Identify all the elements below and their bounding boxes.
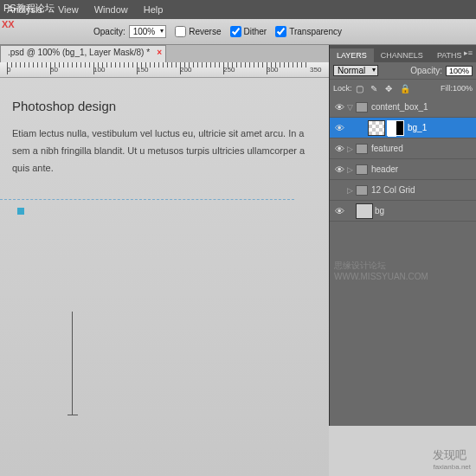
visibility-toggle[interactable]: 👁 bbox=[331, 164, 347, 175]
folder-icon bbox=[356, 144, 368, 154]
lock-label: Lock: bbox=[333, 84, 352, 93]
opacity-field[interactable]: 100% bbox=[129, 25, 167, 38]
watermark-xx: XX bbox=[2, 19, 15, 29]
document-tab[interactable]: .psd @ 100% (bg_1, Layer Mask/8) * × bbox=[0, 45, 166, 62]
layers-panel: LAYERS CHANNELS PATHS ▸≡ Normal Opacity:… bbox=[329, 45, 476, 426]
visibility-toggle[interactable]: 👁 bbox=[331, 206, 347, 216]
fill-label: Fill: bbox=[441, 84, 453, 93]
app-menu-bar: Analysis View Window Help PS教程论坛 bbox=[0, 0, 476, 19]
folder-icon bbox=[356, 185, 368, 196]
transparency-label: Transparency bbox=[289, 27, 342, 36]
canvas-body-text: Etiam lectus nulla, vestibulum vel luctu… bbox=[0, 113, 329, 177]
tab-layers[interactable]: LAYERS bbox=[330, 48, 374, 62]
layer-name[interactable]: bg_1 bbox=[408, 123, 427, 132]
watermark-mid: 思缘设计论坛 WWW.MISSYUAN.COM bbox=[334, 260, 476, 281]
fill-field[interactable]: 100% bbox=[453, 84, 473, 93]
layer-name[interactable]: header bbox=[371, 164, 398, 174]
menu-view[interactable]: View bbox=[58, 4, 79, 15]
reverse-checkbox[interactable] bbox=[175, 26, 186, 37]
layer-name[interactable]: featured bbox=[371, 144, 403, 153]
canvas-heading: Photoshop design bbox=[0, 78, 329, 113]
visibility-toggle[interactable]: 👁 bbox=[331, 123, 347, 133]
transform-handle[interactable] bbox=[17, 208, 24, 215]
transparency-checkbox[interactable] bbox=[275, 26, 286, 37]
folder-icon bbox=[356, 102, 368, 113]
layer-name[interactable]: 12 Col Grid bbox=[371, 185, 415, 195]
dither-label: Dither bbox=[244, 27, 267, 36]
menu-help[interactable]: Help bbox=[144, 4, 164, 15]
blend-mode-select[interactable]: Normal bbox=[333, 65, 378, 76]
layer-row-header[interactable]: 👁▷header bbox=[330, 159, 476, 180]
layer-thumbnail[interactable] bbox=[368, 120, 385, 136]
layer-name[interactable]: bg bbox=[375, 206, 384, 215]
layer-thumbnail[interactable] bbox=[356, 203, 373, 219]
lock-icons[interactable]: ▢ ✎ ✥ 🔒 bbox=[356, 84, 413, 93]
tab-channels[interactable]: CHANNELS bbox=[374, 48, 430, 62]
close-icon[interactable]: × bbox=[157, 48, 162, 57]
panel-menu-icon[interactable]: ▸≡ bbox=[464, 48, 473, 57]
expand-arrow-icon[interactable]: ▷ bbox=[347, 145, 356, 153]
visibility-toggle[interactable]: 👁 bbox=[331, 144, 347, 154]
layer-list: 👁▽content_box_1👁bg_1👁▷featured👁▷header▷1… bbox=[330, 97, 476, 222]
expand-arrow-icon[interactable]: ▽ bbox=[347, 103, 356, 112]
document-canvas[interactable]: Photoshop design Etiam lectus nulla, ves… bbox=[0, 78, 329, 476]
watermark-tl: PS教程论坛 bbox=[3, 2, 55, 15]
panel-opacity-field[interactable]: 100% bbox=[446, 66, 473, 76]
expand-arrow-icon[interactable]: ▷ bbox=[347, 186, 356, 195]
selection-marquee bbox=[0, 199, 294, 200]
layer-row-content_box_1[interactable]: 👁▽content_box_1 bbox=[330, 97, 476, 118]
options-bar: XX Opacity: 100% Reverse Dither Transpar… bbox=[0, 19, 476, 45]
opacity-label: Opacity: bbox=[93, 27, 125, 36]
layer-row-12 Col Grid[interactable]: ▷12 Col Grid bbox=[330, 180, 476, 201]
dither-checkbox[interactable] bbox=[230, 26, 241, 37]
layer-row-bg_1[interactable]: 👁bg_1 bbox=[330, 118, 476, 138]
document-tab-title: .psd @ 100% (bg_1, Layer Mask/8) * bbox=[8, 48, 150, 57]
watermark-br: 发现吧faxianba.net bbox=[433, 447, 471, 471]
panel-tabs: LAYERS CHANNELS PATHS ▸≡ bbox=[330, 45, 476, 62]
menu-window[interactable]: Window bbox=[94, 4, 128, 15]
folder-icon bbox=[356, 164, 368, 175]
cursor-crosshair bbox=[68, 312, 78, 415]
layer-row-featured[interactable]: 👁▷featured bbox=[330, 138, 476, 159]
layer-row-bg[interactable]: 👁bg bbox=[330, 201, 476, 222]
visibility-toggle[interactable]: 👁 bbox=[331, 102, 347, 113]
reverse-label: Reverse bbox=[189, 27, 221, 36]
expand-arrow-icon[interactable]: ▷ bbox=[347, 165, 356, 174]
layer-mask-thumbnail[interactable] bbox=[387, 120, 404, 136]
panel-opacity-label: Opacity: bbox=[410, 66, 442, 75]
layer-name[interactable]: content_box_1 bbox=[371, 102, 428, 112]
